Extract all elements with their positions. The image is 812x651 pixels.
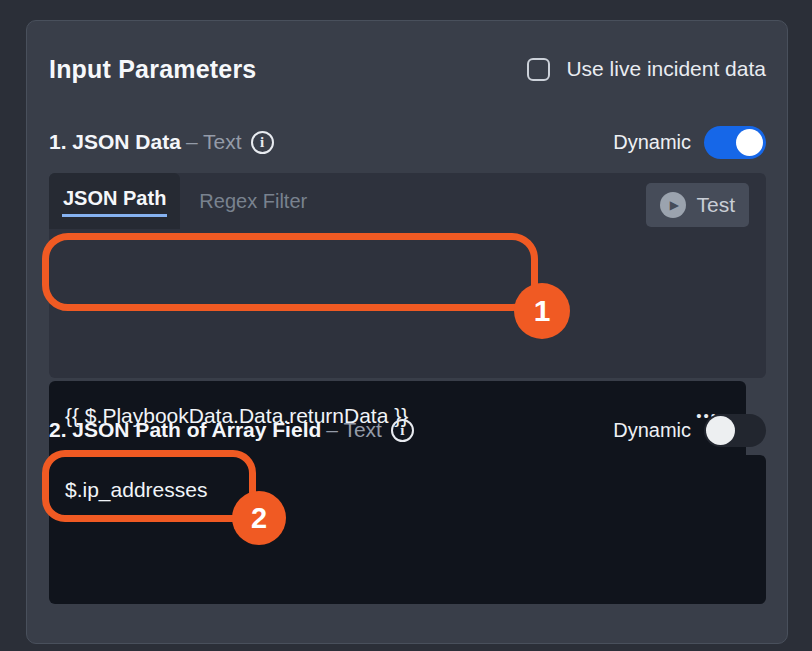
use-live-incident-data-checkbox[interactable] [527, 58, 550, 81]
use-live-incident-data-row: Use live incident data [527, 57, 766, 81]
param-1-dynamic-label: Dynamic [613, 131, 691, 154]
param-1-dynamic-row: Dynamic [613, 126, 766, 159]
panel-header: Input Parameters Use live incident data [49, 53, 766, 85]
param-1-name: 1. JSON Data [49, 130, 181, 154]
param-2-label: 2. JSON Path of Array Field – Text i [49, 418, 414, 442]
test-button-label: Test [696, 193, 735, 217]
param-1-dynamic-toggle[interactable] [704, 126, 766, 159]
info-icon[interactable]: i [391, 419, 414, 442]
param-1-field-group: JSON Path Regex Filter ▶ Test {{ $.Playb… [49, 173, 766, 378]
param-2-name: 2. JSON Path of Array Field [49, 418, 321, 442]
param-2-dynamic-label: Dynamic [613, 419, 691, 442]
tab-regex-filter[interactable]: Regex Filter [186, 173, 320, 229]
param-2-value: $.ip_addresses [65, 478, 207, 502]
tab-json-path[interactable]: JSON Path [49, 173, 180, 229]
toggle-knob [736, 129, 763, 156]
info-icon[interactable]: i [251, 131, 274, 154]
param-2-value-field[interactable]: $.ip_addresses [49, 455, 766, 604]
toggle-knob [706, 416, 735, 445]
param-2-dynamic-row: Dynamic [613, 414, 766, 447]
page-title: Input Parameters [49, 55, 256, 84]
param-2-type: – Text [326, 418, 382, 442]
panel-content: Input Parameters Use live incident data … [49, 21, 766, 643]
input-parameters-panel: Input Parameters Use live incident data … [26, 20, 788, 644]
use-live-incident-data-label: Use live incident data [566, 57, 766, 81]
param-1-tabbar: JSON Path Regex Filter ▶ Test [49, 173, 766, 229]
test-button[interactable]: ▶ Test [646, 183, 749, 227]
param-2-dynamic-toggle[interactable] [704, 414, 766, 447]
param-1-type: – Text [186, 130, 242, 154]
param-1-label: 1. JSON Data – Text i [49, 130, 274, 154]
play-icon: ▶ [660, 192, 686, 218]
param-1-header-row: 1. JSON Data – Text i Dynamic [49, 124, 766, 160]
param-2-header-row: 2. JSON Path of Array Field – Text i Dyn… [49, 412, 766, 448]
